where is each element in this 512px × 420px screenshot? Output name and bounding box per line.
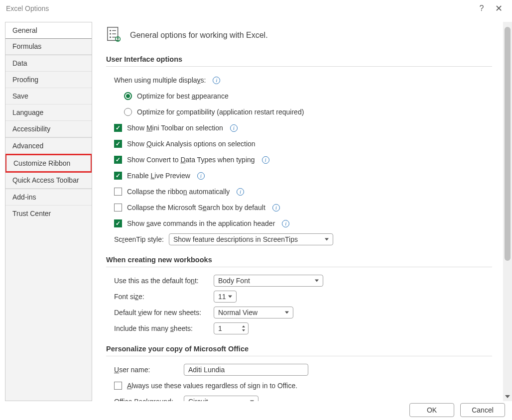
radio-best-appearance[interactable] <box>124 92 132 100</box>
section-personalize-title: Personalize your copy of Microsoft Offic… <box>106 345 492 353</box>
content-pane: General options for working with Excel. … <box>92 17 503 401</box>
user-name-input[interactable]: Aditi Lundia <box>184 364 308 376</box>
scrollbar-thumb[interactable] <box>505 27 511 261</box>
sidebar-item-general[interactable]: General <box>5 22 92 39</box>
font-size-select[interactable]: 11 <box>214 291 237 303</box>
info-icon[interactable] <box>272 204 280 211</box>
screentip-select[interactable]: Show feature descriptions in ScreenTips <box>169 233 333 245</box>
font-size-label: Font size: <box>114 293 209 301</box>
divider <box>106 267 492 267</box>
info-icon[interactable] <box>230 124 238 132</box>
sheet-count-spinner[interactable]: 1 <box>214 322 249 334</box>
checkbox-collapse-ribbon-label: Collapse the ribbon automatically <box>127 188 230 196</box>
checkbox-always-use-values[interactable] <box>114 382 122 390</box>
info-icon[interactable] <box>213 77 220 84</box>
title-bar: Excel Options ? ✕ <box>0 0 512 17</box>
sidebar-item-add-ins[interactable]: Add-ins <box>5 189 92 206</box>
close-button[interactable]: ✕ <box>490 3 507 14</box>
info-icon[interactable] <box>262 156 269 164</box>
cancel-button[interactable]: Cancel <box>460 403 505 417</box>
svg-point-5 <box>110 36 111 38</box>
checkbox-mini-toolbar-label: Show Mini Toolbar on selection <box>127 124 223 132</box>
sidebar-item-proofing[interactable]: Proofing <box>5 72 92 88</box>
default-view-label: Default view for new sheets: <box>114 309 209 316</box>
checkbox-save-commands-label: Show save commands in the application he… <box>127 219 275 227</box>
vertical-scrollbar[interactable] <box>503 22 512 401</box>
default-view-select[interactable]: Normal View <box>214 307 293 318</box>
sidebar-item-trust-center[interactable]: Trust Center <box>5 206 92 221</box>
info-icon[interactable] <box>197 172 205 180</box>
sidebar-item-advanced[interactable]: Advanced <box>5 137 92 154</box>
section-ui-title: User Interface options <box>106 55 492 63</box>
checkbox-quick-analysis-label: Show Quick Analysis options on selection <box>127 140 256 148</box>
checkbox-live-preview-label: Enable Live Preview <box>127 172 190 180</box>
svg-point-1 <box>110 30 111 31</box>
sheet-count-label: Include this many sheets: <box>114 324 209 332</box>
divider <box>106 356 492 356</box>
sidebar-item-quick-access-toolbar[interactable]: Quick Access Toolbar <box>5 172 92 189</box>
checkbox-live-preview[interactable] <box>114 172 122 180</box>
office-background-select[interactable]: Circuit <box>184 396 258 401</box>
checkbox-collapse-search[interactable] <box>114 204 122 211</box>
sidebar-item-customize-ribbon[interactable]: Customize Ribbon <box>5 154 92 173</box>
divider <box>106 66 492 67</box>
user-name-label: User name: <box>114 366 179 374</box>
sidebar-item-formulas[interactable]: Formulas <box>5 38 92 55</box>
checkbox-convert-data-types[interactable] <box>114 156 122 164</box>
checkbox-save-commands[interactable] <box>114 219 122 227</box>
radio-best-appearance-label: Optimize for best appearance <box>137 92 229 100</box>
multi-display-label: When using multiple displays: <box>114 76 206 84</box>
sidebar-item-save[interactable]: Save <box>5 88 92 105</box>
screentip-label: ScreenTip style: <box>114 235 164 243</box>
checkbox-collapse-search-label: Collapse the Microsoft Search box by def… <box>127 204 265 211</box>
sidebar-item-data[interactable]: Data <box>5 55 92 72</box>
dialog-footer: OK Cancel <box>409 403 505 417</box>
radio-compatibility[interactable] <box>124 108 132 116</box>
help-button[interactable]: ? <box>473 4 490 13</box>
radio-compatibility-label: Optimize for compatibility (application … <box>137 108 304 116</box>
checkbox-collapse-ribbon[interactable] <box>114 188 122 196</box>
info-icon[interactable] <box>282 220 289 227</box>
checkbox-convert-data-types-label: Show Convert to Data Types when typing <box>127 156 255 164</box>
checkbox-mini-toolbar[interactable] <box>114 124 122 132</box>
checkbox-quick-analysis[interactable] <box>114 140 122 148</box>
general-options-icon <box>106 26 123 44</box>
default-font-select[interactable]: Body Font <box>214 275 323 287</box>
sidebar: General Formulas Data Proofing Save Lang… <box>5 22 92 401</box>
sidebar-item-language[interactable]: Language <box>5 105 92 121</box>
checkbox-always-use-values-label: Always use these values regardless of si… <box>127 382 297 390</box>
office-background-label: Office Background: <box>114 398 179 401</box>
svg-point-3 <box>110 33 111 35</box>
ok-button[interactable]: OK <box>409 403 454 417</box>
svg-point-8 <box>117 37 119 39</box>
info-icon[interactable] <box>237 188 244 196</box>
page-heading: General options for working with Excel. <box>130 31 268 40</box>
sidebar-item-accessibility[interactable]: Accessibility <box>5 121 92 137</box>
default-font-label: Use this as the default font: <box>114 277 209 285</box>
scroll-down-arrow-icon[interactable] <box>503 392 512 401</box>
window-title: Excel Options <box>6 4 49 12</box>
section-workbooks-title: When creating new workbooks <box>106 256 492 264</box>
